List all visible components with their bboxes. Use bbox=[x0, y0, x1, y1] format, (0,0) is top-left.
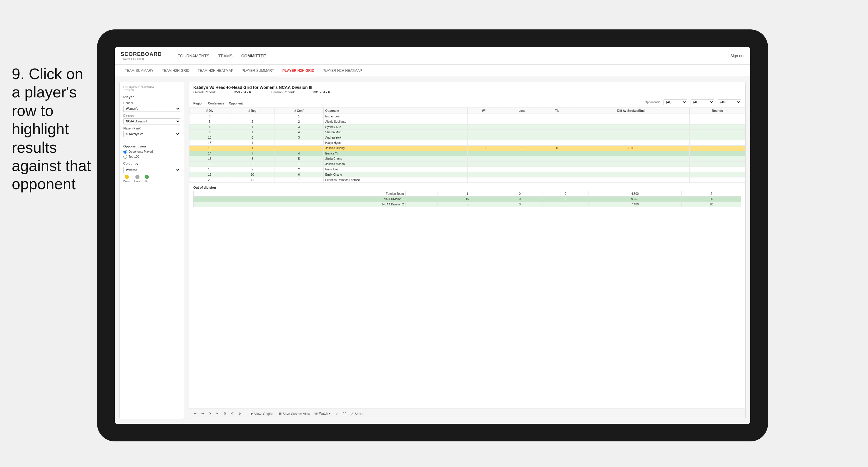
out-of-division-table: Foreign Team 1 0 0 4.500 2 NAIA Divisio bbox=[193, 191, 741, 207]
col-header-win: Win bbox=[467, 108, 502, 114]
tablet-frame: SCOREBOARD Powered by clippi TOURNAMENTS… bbox=[97, 29, 768, 441]
table-row[interactable]: 1585Stella Cheng bbox=[189, 156, 745, 161]
col-header-rounds: Rounds bbox=[690, 108, 745, 114]
grid-header: Katelyn Vo Head-to-Head Grid for Women's… bbox=[189, 82, 745, 97]
subnav-team-h2h-grid[interactable]: TEAM H2H GRID bbox=[158, 66, 194, 76]
sidebar-division-select[interactable]: NCAA Division III bbox=[123, 118, 180, 124]
legend-dot-up bbox=[145, 175, 149, 179]
radio-top-100[interactable]: Top 100 bbox=[123, 155, 180, 159]
save-icon: ⊞ bbox=[279, 412, 282, 415]
fullscreen-button[interactable]: ⛶ bbox=[342, 411, 347, 416]
opponent-view-title: Opponent view bbox=[123, 145, 180, 148]
logo: SCOREBOARD Powered by clippi bbox=[121, 51, 162, 60]
sidebar: Last Updated: 27/03/2024 16:55:28 Player… bbox=[120, 82, 184, 419]
col-header-loss: Loss bbox=[502, 108, 542, 114]
table-row[interactable]: 131Jessica Huang010-3.002 bbox=[189, 146, 745, 151]
sign-out-button[interactable]: Sign out bbox=[730, 54, 744, 58]
grid-records: Overall Record: 353 - 34 - 6 Division Re… bbox=[193, 90, 741, 94]
table-row[interactable]: 20117Federica Domecq Lacroze bbox=[189, 178, 745, 183]
conference-filter-select[interactable]: (All) bbox=[690, 99, 714, 105]
main-content: Last Updated: 27/03/2024 16:55:28 Player… bbox=[115, 77, 750, 424]
view-original-icon: ▶ bbox=[251, 412, 253, 415]
save-custom-label: Save Custom View bbox=[283, 412, 310, 415]
table-row[interactable]: 613Sydney Kuo bbox=[189, 124, 745, 130]
annotation-text: 9. Click on a player's row to highlight … bbox=[12, 65, 94, 193]
col-header-diff: Diff Av Strokes/Rnd bbox=[572, 108, 690, 114]
subnav-team-summary[interactable]: TEAM SUMMARY bbox=[121, 66, 158, 76]
region-label: Region bbox=[193, 102, 203, 105]
tablet-screen: SCOREBOARD Powered by clippi TOURNAMENTS… bbox=[115, 47, 750, 424]
nav-links: TOURNAMENTS TEAMS COMMITTEE bbox=[178, 52, 727, 59]
legend-dot-down bbox=[125, 175, 129, 179]
data-table-container: # Div # Reg # Conf Opponent Win Loss Tie… bbox=[189, 108, 745, 408]
nav-tournaments[interactable]: TOURNAMENTS bbox=[178, 52, 210, 59]
opponent-filter-select[interactable]: (All) bbox=[718, 99, 741, 105]
sidebar-player-rank-select[interactable]: 8. Katelyn Vo bbox=[123, 131, 180, 137]
table-row[interactable]: NAIA Division 1 15 0 0 9.267 30 bbox=[194, 196, 741, 202]
col-header-div: # Div bbox=[189, 108, 230, 114]
opponents-filter-label: Opponents: bbox=[645, 101, 660, 104]
grid-area: Katelyn Vo Head-to-Head Grid for Women's… bbox=[189, 82, 746, 419]
toolbar-separator bbox=[246, 411, 246, 416]
target-button[interactable]: ⊙ bbox=[237, 411, 242, 416]
toolbar: ↩ ↪ ⟳ ✂ ⚙ ↺ ⊙ ▶ View: Original ⊞ Save Cu… bbox=[189, 408, 745, 419]
grid-title: Katelyn Vo Head-to-Head Grid for Women's… bbox=[193, 85, 741, 90]
subnav-player-summary[interactable]: PLAYER SUMMARY bbox=[238, 66, 278, 76]
cut-button[interactable]: ✂ bbox=[215, 411, 220, 416]
col-header-opponent: Opponent bbox=[323, 108, 467, 114]
legend-label-up: Up bbox=[145, 180, 149, 183]
radio-group: Opponents Played Top 100 bbox=[123, 150, 180, 159]
table-row[interactable]: 131Haejo Hyun bbox=[189, 141, 745, 146]
table-row[interactable]: 31Esther Lee bbox=[189, 114, 745, 119]
undo-button[interactable]: ↩ bbox=[193, 411, 198, 416]
subnav-player-h2h-grid[interactable]: PLAYER H2H GRID bbox=[278, 66, 318, 76]
sidebar-gender-label: Gender bbox=[123, 101, 180, 105]
nav-teams[interactable]: TEAMS bbox=[218, 52, 232, 59]
subnav-player-h2h-heatmap[interactable]: PLAYER H2H HEATMAP bbox=[318, 66, 366, 76]
share-button[interactable]: ↗ Share bbox=[349, 411, 364, 416]
table-row[interactable]: Foreign Team 1 0 0 4.500 2 bbox=[194, 191, 741, 196]
table-row[interactable]: 1822Euna Lee bbox=[189, 167, 745, 172]
table-row[interactable]: 1474Eunice Yi bbox=[189, 151, 745, 156]
sidebar-player-rank-label: Player (Rank) bbox=[123, 127, 180, 130]
save-custom-view-button[interactable]: ⊞ Save Custom View bbox=[278, 411, 311, 416]
table-row[interactable]: 1691Jessica Mason bbox=[189, 161, 745, 167]
view-original-button[interactable]: ▶ View: Original bbox=[249, 411, 275, 416]
sidebar-timestamp: Last Updated: 27/03/2024 16:55:28 bbox=[123, 86, 180, 92]
opponent-label: Opponent bbox=[229, 102, 243, 105]
sub-nav: TEAM SUMMARY TEAM H2H GRID TEAM H2H HEAT… bbox=[115, 65, 750, 77]
refresh-button[interactable]: ⟳ bbox=[208, 411, 212, 416]
col-header-conf: # Conf bbox=[275, 108, 323, 114]
colour-by-select[interactable]: Win/loss bbox=[123, 167, 180, 173]
reset-button[interactable]: ↺ bbox=[230, 411, 235, 416]
col-header-tie: Tie bbox=[542, 108, 572, 114]
nav-committee[interactable]: COMMITTEE bbox=[241, 52, 266, 59]
out-of-division: Out of division Foreign Team 1 0 0 4.500 bbox=[189, 183, 745, 210]
col-header-reg: # Reg bbox=[230, 108, 275, 114]
data-table: # Div # Reg # Conf Opponent Win Loss Tie… bbox=[189, 108, 745, 183]
table-row[interactable]: 522Alexis Sudjianto bbox=[189, 119, 745, 124]
watch-icon: 👁 bbox=[314, 412, 318, 415]
legend: Down Level Up bbox=[123, 175, 180, 183]
redo-button[interactable]: ↪ bbox=[200, 411, 205, 416]
table-row[interactable]: NCAA Division 2 5 0 0 7.400 10 bbox=[194, 202, 741, 207]
watch-button[interactable]: 👁 Watch ▾ bbox=[313, 411, 332, 416]
out-of-division-title: Out of division bbox=[193, 186, 741, 189]
subnav-team-h2h-heatmap[interactable]: TEAM H2H HEATMAP bbox=[194, 66, 238, 76]
filters-row: Region Conference Opponent Opponents: (A… bbox=[189, 97, 745, 108]
share-icon: ↗ bbox=[351, 412, 353, 415]
resize-button[interactable]: ⤢ bbox=[334, 411, 339, 416]
sidebar-player-title: Player bbox=[123, 95, 180, 99]
table-row[interactable]: 1063Andrea York bbox=[189, 135, 745, 141]
watch-label: Watch ▾ bbox=[319, 412, 331, 415]
settings-button[interactable]: ⚙ bbox=[222, 411, 227, 416]
conference-label: Conference bbox=[208, 102, 224, 105]
opponents-filter-select[interactable]: (All) bbox=[663, 99, 687, 105]
sidebar-division-label: Division bbox=[123, 114, 180, 117]
radio-opponents-played[interactable]: Opponents Played bbox=[123, 150, 180, 154]
sidebar-gender-select[interactable]: Women's bbox=[123, 106, 180, 112]
table-row[interactable]: 19106Emily Chang bbox=[189, 172, 745, 178]
table-row[interactable]: 914Sharon Mun bbox=[189, 130, 745, 135]
legend-label-down: Down bbox=[123, 180, 130, 183]
legend-dot-level bbox=[135, 175, 140, 179]
